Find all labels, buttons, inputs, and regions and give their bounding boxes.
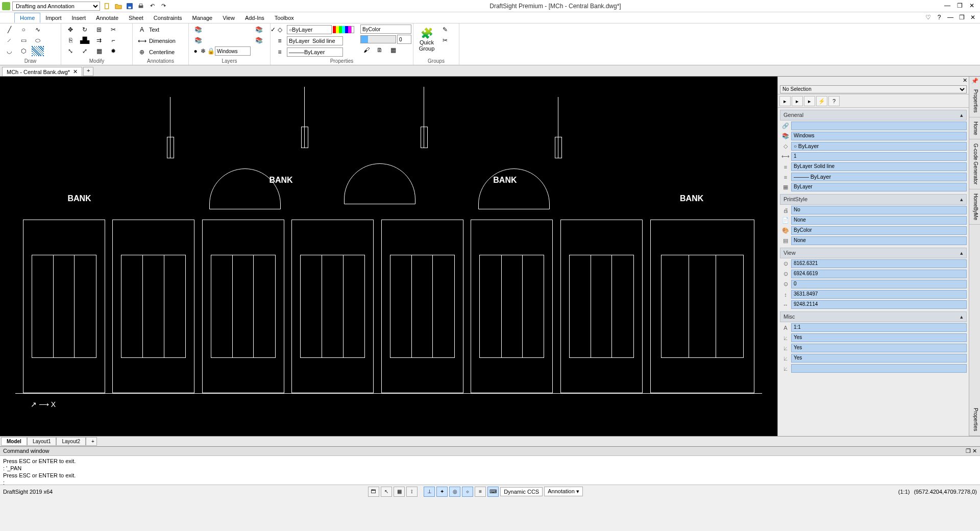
prop-val[interactable]: Windows [791,132,967,140]
rect-icon[interactable]: ▭ [17,35,30,45]
cmd-restore-icon[interactable]: ❐ [966,448,971,454]
selection-dropdown[interactable]: No Selection [780,85,967,93]
layout-tab-model[interactable]: Model [1,437,27,446]
add-layout-button[interactable]: + [86,437,97,446]
copy-icon[interactable]: ⎘ [64,35,77,45]
prop-val[interactable]: 9248.2114 [791,300,967,309]
prop-val[interactable]: 1 [791,152,967,161]
ungroup-icon[interactable]: ✂ [439,35,451,45]
dynamic-ccs-button[interactable]: Dynamic CCS [500,487,543,496]
prop-tool-3[interactable]: ▸ [804,96,815,106]
new-file-icon[interactable] [103,2,111,10]
arc-icon[interactable]: ◡ [3,46,15,56]
tab-toolbox[interactable]: Toolbox [270,13,299,22]
prop-val[interactable] [791,364,967,373]
ellipse-icon[interactable]: ⬭ [32,35,44,45]
annotation-dropdown[interactable]: Annotation ▾ [544,487,583,496]
polyline-icon[interactable]: ⟋ [3,35,15,45]
prop-val[interactable]: Yes [791,344,967,352]
prop-lweight-icon[interactable]: ≡ [274,47,286,57]
sb-qinput-icon[interactable]: ⌨ [487,487,499,497]
layout-tab-layout2[interactable]: Layout2 [56,437,86,446]
section-general[interactable]: General▴ [780,110,967,120]
vtab-properties[interactable]: Properties [969,85,980,117]
layer-iso-icon[interactable]: 📚 [253,25,265,35]
vtab-home[interactable]: Home [969,117,980,140]
pin-icon[interactable]: 📌 [969,77,980,85]
prop-val[interactable]: ○ ByLayer [791,142,967,151]
layer-off-icon[interactable]: 📚 [253,35,265,45]
group-edit-icon[interactable]: ✎ [439,25,451,35]
prop-val[interactable]: 6924.6619 [791,270,967,278]
prop-val[interactable]: Yes [791,333,967,342]
tab-manage[interactable]: Manage [187,13,217,22]
tab-view[interactable]: View [217,13,240,22]
tab-import[interactable]: Import [40,13,66,22]
layer-freeze-icon[interactable]: ❄ [200,46,207,56]
prop-val[interactable]: ByColor [791,226,967,235]
bycolor-field[interactable]: ByColor [360,25,411,34]
spline-icon[interactable]: ∿ [32,25,44,35]
line-icon[interactable]: ╱ [3,25,15,35]
vtab-properties-bottom[interactable]: Properties [969,404,980,436]
prop-val[interactable]: None [791,236,967,245]
command-output[interactable]: Press ESC or ENTER to exit. : '_PAN Pres… [0,456,980,485]
layout-tab-layout1[interactable]: Layout1 [27,437,57,446]
scale-icon[interactable]: ⤢ [79,46,91,56]
prop-val[interactable] [791,122,967,130]
workspace-dropdown[interactable]: Drafting and Annotation [12,2,100,11]
section-printstyle[interactable]: PrintStyle▴ [780,194,967,205]
mirror-icon[interactable]: ▟▙ [79,35,91,45]
prop-val[interactable]: ByLayer Solid line [791,162,967,171]
panel-close-icon[interactable]: ✕ [963,77,967,84]
prop-val[interactable]: None [791,216,967,225]
vtab-gcode[interactable]: G-code Generator [969,139,980,189]
layer-on-icon[interactable]: ● [192,46,199,56]
polygon-icon[interactable]: ⬡ [17,46,30,56]
prop-ltype-icon[interactable]: ≡ [274,36,286,46]
sb-etrack-icon[interactable]: ⟐ [462,487,473,497]
sb-esnap-icon[interactable]: ◎ [449,487,460,497]
redo-icon[interactable]: ↷ [159,2,167,10]
prop-color-icon[interactable]: ◇ [274,25,286,35]
prop-val[interactable]: No [791,206,967,214]
vtab-homebyme[interactable]: HomeByMe [969,189,980,225]
props-palette-icon[interactable]: ▦ [387,45,399,55]
offset-icon[interactable]: ⇉ [93,35,105,45]
sb-snap-icon[interactable]: ⟟ [406,487,418,497]
prop-tool-2[interactable]: ▸ [792,96,803,106]
quick-group-button[interactable]: 🧩Quick Group [416,25,437,54]
layer-lock-icon[interactable]: 🔒 [207,46,214,56]
centerline-icon[interactable]: ⊕ [136,47,148,57]
print-icon[interactable] [137,2,145,10]
prop-tool-lightning-icon[interactable]: ⚡ [816,96,827,106]
help-icon[interactable]: ? [935,14,943,22]
tab-addins[interactable]: Add-Ins [240,13,270,22]
close-tab-icon[interactable]: ✕ [73,68,78,75]
tab-home[interactable]: Home [14,13,40,23]
prop-tool-1[interactable]: ▸ [779,96,791,106]
color-field[interactable]: ○ ByLayer [287,25,332,34]
doc-minimize-button[interactable]: — [946,14,954,22]
section-misc[interactable]: Misc▴ [780,311,967,322]
prop-val[interactable]: ByLayer [791,183,967,191]
prop-val[interactable]: ——— ByLayer [791,173,967,181]
add-tab-button[interactable]: + [83,67,93,76]
save-file-icon[interactable] [126,2,134,10]
dimension-icon[interactable]: ⟷ [136,36,148,46]
sb-grid-icon[interactable]: ▦ [394,487,405,497]
cmd-close-icon[interactable]: ✕ [972,448,977,454]
section-view[interactable]: View▴ [780,248,967,258]
prop-val[interactable]: 8162.6321 [791,259,967,268]
layer-current-field[interactable]: Windows [215,46,251,56]
restore-button[interactable]: ❐ [955,2,964,10]
color-swatches[interactable] [333,26,354,33]
fillet-icon[interactable]: ⌐ [107,35,119,45]
sb-lweight-icon[interactable]: ≡ [475,487,486,497]
prop-val[interactable]: 1:1 [791,323,967,332]
move-icon[interactable]: ✥ [64,25,77,35]
lineweight-field[interactable]: ——— ByLayer [287,47,343,57]
prop-val[interactable]: Yes [791,354,967,363]
tab-constraints[interactable]: Constraints [149,13,187,22]
sb-ortho-icon[interactable]: ⊥ [424,487,435,497]
